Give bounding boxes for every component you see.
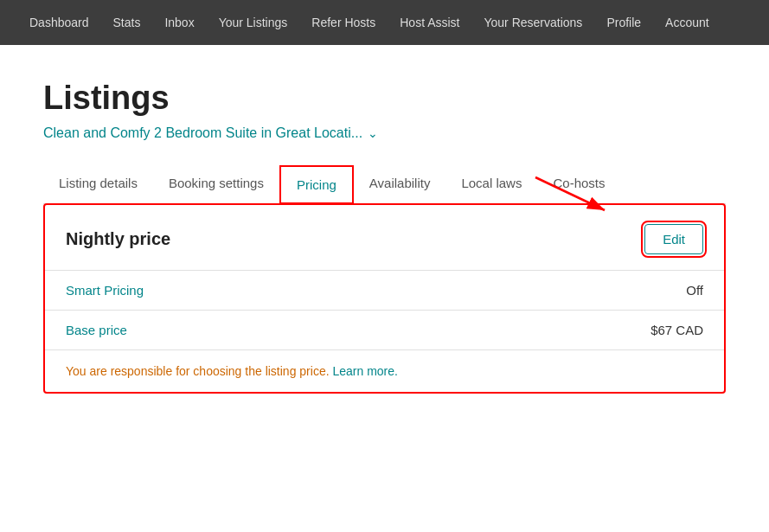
nav-profile[interactable]: Profile <box>594 0 653 45</box>
learn-more-link[interactable]: Learn more. <box>332 364 397 378</box>
edit-button[interactable]: Edit <box>644 224 703 254</box>
nav-inbox[interactable]: Inbox <box>152 0 206 45</box>
card-title: Nightly price <box>66 229 170 249</box>
top-navigation: Dashboard Stats Inbox Your Listings Refe… <box>0 0 769 45</box>
nav-dashboard[interactable]: Dashboard <box>17 0 101 45</box>
smart-pricing-value: Off <box>686 283 703 298</box>
smart-pricing-label: Smart Pricing <box>66 283 144 298</box>
listing-subtitle[interactable]: Clean and Comfy 2 Bedroom Suite in Great… <box>43 125 726 141</box>
card-header: Nightly price Edit <box>45 205 724 270</box>
tab-availability[interactable]: Availability <box>354 165 446 204</box>
card-footer: You are responsible for choosing the lis… <box>45 349 724 392</box>
base-price-row: Base price $67 CAD <box>45 310 724 349</box>
footer-text: You are responsible for choosing the lis… <box>66 364 330 378</box>
nav-your-listings[interactable]: Your Listings <box>207 0 300 45</box>
nightly-price-card: Nightly price Edit Smart Pricing Off Bas… <box>43 203 726 394</box>
base-price-value: $67 CAD <box>650 323 703 337</box>
nav-stats[interactable]: Stats <box>101 0 153 45</box>
tab-bar: Listing details Booking settings Pricing… <box>43 165 726 204</box>
tab-listing-details[interactable]: Listing details <box>43 165 153 204</box>
annotation-wrapper: Nightly price Edit Smart Pricing Off Bas… <box>43 203 726 394</box>
page-title: Listings <box>43 80 726 117</box>
chevron-down-icon: ⌄ <box>368 126 378 140</box>
nav-host-assist[interactable]: Host Assist <box>388 0 471 45</box>
smart-pricing-row: Smart Pricing Off <box>45 270 724 310</box>
tab-local-laws[interactable]: Local laws <box>445 165 537 204</box>
nav-your-reservations[interactable]: Your Reservations <box>471 0 594 45</box>
main-content: Listings Clean and Comfy 2 Bedroom Suite… <box>0 45 769 428</box>
nav-account[interactable]: Account <box>653 0 721 45</box>
tab-co-hosts[interactable]: Co-hosts <box>537 165 620 204</box>
tab-booking-settings[interactable]: Booking settings <box>153 165 279 204</box>
listing-name: Clean and Comfy 2 Bedroom Suite in Great… <box>43 125 362 141</box>
tab-pricing[interactable]: Pricing <box>279 165 354 204</box>
base-price-label: Base price <box>66 323 127 337</box>
nav-refer-hosts[interactable]: Refer Hosts <box>299 0 388 45</box>
